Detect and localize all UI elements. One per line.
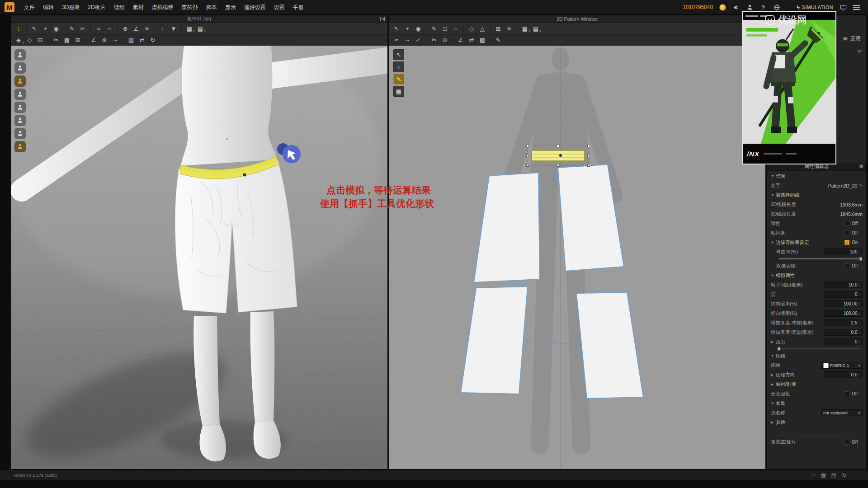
mirror-tool-icon[interactable]: ⇄: [137, 36, 147, 45]
check-sewing-icon[interactable]: ✓: [413, 36, 423, 45]
menu-偏好设置[interactable]: 偏好设置: [240, 0, 270, 15]
prop-row-边缘弯曲率设定[interactable]: ▼边缘弯曲率设定✓On: [767, 238, 866, 247]
edit-pattern-icon[interactable]: +: [402, 24, 412, 33]
pen-2d-icon[interactable]: ✎: [393, 74, 404, 84]
edit-point-icon[interactable]: ◉: [413, 24, 423, 33]
checkbox-弹性[interactable]: Off: [844, 221, 863, 226]
waistband-point-2d[interactable]: [559, 154, 562, 157]
selection-handle[interactable]: [557, 164, 559, 167]
prop-input-纹理方向[interactable]: 0.0↕: [824, 371, 863, 378]
menu-重拓扑[interactable]: 重拓扑: [178, 0, 202, 15]
menu-脚本[interactable]: 脚本: [202, 0, 221, 15]
checkbox-边缘弯曲率设定[interactable]: ✓On: [844, 240, 863, 245]
drop-pattern-icon[interactable]: ▼: [169, 24, 179, 33]
trace-tool-icon[interactable]: ⊙: [440, 36, 450, 45]
prop-row-织物[interactable]: ▼织物: [767, 351, 866, 361]
layout-split-icon[interactable]: ▦: [821, 472, 826, 479]
segment-sewing-icon[interactable]: ≈: [94, 24, 104, 33]
menu-缝纫[interactable]: 缝纫: [110, 0, 129, 15]
show-hair-icon[interactable]: [14, 62, 26, 74]
dart-tool-icon[interactable]: ◇: [467, 24, 476, 33]
menu-3D服装[interactable]: 3D服装: [58, 0, 84, 15]
sync-tool-icon[interactable]: ↻: [148, 36, 158, 45]
selection-handle[interactable]: [527, 155, 529, 157]
prop-row-被选择的线[interactable]: ▼被选择的线: [767, 190, 866, 200]
sync-view-icon[interactable]: ↻: [842, 472, 846, 479]
arrangement-points-icon[interactable]: ◇: [24, 36, 34, 45]
select-move-icon[interactable]: ↖: [29, 24, 39, 33]
speaker-icon[interactable]: [732, 4, 740, 11]
edit-sewing-3d-icon[interactable]: ✂: [78, 24, 88, 33]
scissors-3d-icon[interactable]: ✂: [51, 36, 61, 45]
prop-input-增加厚度-渲染(毫米)[interactable]: 0.0↕: [824, 329, 863, 336]
menu-手册[interactable]: 手册: [289, 0, 308, 15]
selection-handle[interactable]: [527, 145, 529, 147]
free-sewing-icon[interactable]: ∼: [104, 24, 114, 33]
selection-handle[interactable]: [527, 164, 529, 167]
style-line-icon[interactable]: ∼: [110, 36, 120, 45]
pattern-waistband[interactable]: [532, 150, 585, 161]
3d-window-titlebar[interactable]: 机甲01.zprj: [11, 15, 387, 23]
prop-row-套装[interactable]: ▼套装: [767, 399, 866, 408]
avatar-tape-icon[interactable]: [14, 141, 26, 152]
prop-input-层[interactable]: 0↕: [824, 291, 863, 298]
grid-3d-icon[interactable]: ▦: [126, 36, 136, 45]
checkbox-双层表现[interactable]: Off: [844, 263, 863, 268]
show-accessory-icon[interactable]: [14, 89, 26, 100]
globe-icon[interactable]: [773, 4, 780, 11]
rectangle-tool-icon[interactable]: □: [440, 24, 450, 33]
prop-input-压力[interactable]: 0↕: [824, 338, 863, 345]
checkbox-形态固化[interactable]: Off: [844, 391, 863, 396]
waistband-point-3d[interactable]: [243, 173, 246, 176]
3d-viewport[interactable]: [11, 46, 387, 469]
show-avatar-icon[interactable]: [14, 49, 26, 61]
fabric-select[interactable]: FABRIC 1▾: [821, 362, 863, 369]
apply-button[interactable]: ▣ 应用: [843, 35, 861, 42]
layout-single-icon[interactable]: □: [812, 472, 815, 479]
menu-虚拟模特[interactable]: 虚拟模特: [148, 0, 178, 15]
show-texture-2d-icon[interactable]: ▤▾: [531, 24, 541, 33]
mirror-2d-icon[interactable]: ⇄: [467, 36, 476, 45]
avatar-display-icon[interactable]: ◈▾: [14, 36, 24, 45]
tape-measure-icon[interactable]: ⊟: [35, 36, 45, 45]
show-bounding-volume-icon[interactable]: [14, 128, 26, 139]
circle-tool-icon[interactable]: ○: [451, 24, 461, 33]
free-sewing-2d-icon[interactable]: ∼: [402, 36, 412, 45]
seam-allowance-icon[interactable]: ⊞: [493, 24, 503, 33]
measure-angle-icon[interactable]: ∠: [89, 36, 99, 45]
transform-pattern-icon[interactable]: ↖: [392, 24, 401, 33]
display-icon[interactable]: [840, 4, 847, 11]
prop-input-粒子间距(毫米)[interactable]: 10.0↕: [824, 282, 863, 288]
notch-tool-icon[interactable]: △: [477, 24, 487, 33]
panel-options-icon[interactable]: ▣: [859, 164, 863, 169]
prop-row-其他[interactable]: ▶其他: [767, 418, 866, 427]
bookmark-icon[interactable]: ▤: [858, 48, 862, 53]
menu-icon[interactable]: [853, 5, 860, 10]
menu-2D板片[interactable]: 2D板片: [84, 0, 109, 15]
prop-input-经向缩率(%)[interactable]: 100.00↕: [824, 310, 863, 317]
show-arrangement-points-icon[interactable]: [14, 102, 26, 113]
pin-tack-icon[interactable]: ⊕: [120, 24, 130, 33]
simulation-status[interactable]: ϟSIMULATION: [797, 4, 833, 11]
prop-slider[interactable]: [767, 347, 866, 351]
selection-handle[interactable]: [557, 145, 559, 147]
2d-window-titlebar[interactable]: 2D Pattern Window: [389, 15, 765, 23]
annotation-pen-icon[interactable]: ✎: [493, 36, 503, 45]
thickness-icon[interactable]: ⊞: [73, 36, 83, 45]
select-mesh-icon[interactable]: +: [40, 24, 50, 33]
show-xray-joints-icon[interactable]: [14, 115, 26, 126]
menu-素材[interactable]: 素材: [129, 0, 148, 15]
simulate-icon[interactable]: ↓: [14, 24, 24, 33]
menu-设置[interactable]: 设置: [270, 0, 289, 15]
edit-icon[interactable]: ✎: [859, 183, 863, 188]
baseline-tool-icon[interactable]: ∠: [456, 36, 466, 45]
prop-input-纬向缩率(%)[interactable]: 100.00↕: [824, 300, 863, 307]
checkbox-粘衬条[interactable]: Off: [844, 230, 863, 235]
app-logo[interactable]: M: [5, 2, 14, 12]
user-id[interactable]: 1010795848: [683, 4, 713, 10]
selection-handle[interactable]: [588, 164, 590, 167]
scissors-2d-icon[interactable]: ✂: [429, 36, 439, 45]
user-icon[interactable]: [746, 4, 753, 11]
menu-编辑[interactable]: 编辑: [39, 0, 58, 15]
menu-文件[interactable]: 文件: [20, 0, 39, 15]
